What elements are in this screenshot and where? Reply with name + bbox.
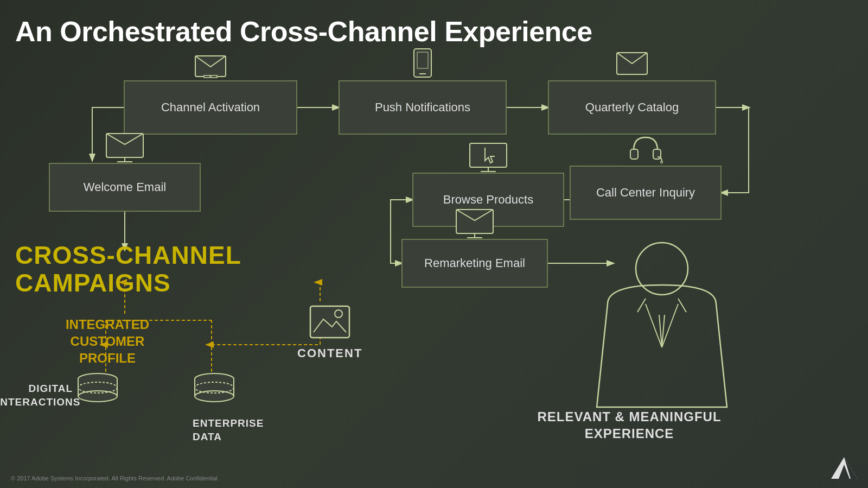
enterprise-data-section: ENTERPRISEDATA — [193, 369, 264, 443]
content-label: CONTENT — [297, 346, 362, 360]
remarketing-email-label: Remarketing Email — [424, 256, 525, 270]
remarketing-email-box: Remarketing Email — [401, 239, 548, 288]
svg-point-50 — [195, 391, 234, 402]
adobe-logo — [831, 457, 857, 483]
adobe-logo-icon — [831, 457, 857, 479]
svg-line-55 — [637, 299, 646, 312]
svg-point-44 — [78, 391, 117, 402]
email-icon-channel — [194, 52, 227, 79]
footer-text: © 2017 Adobe Systems Incorporated. All R… — [11, 475, 219, 481]
push-notifications-label: Push Notifications — [375, 100, 470, 115]
quarterly-catalog-label: Quarterly Catalog — [585, 100, 679, 115]
svg-rect-19 — [414, 49, 431, 77]
svg-point-52 — [636, 243, 688, 295]
welcome-email-label: Welcome Email — [84, 180, 166, 194]
svg-rect-38 — [310, 306, 349, 338]
svg-line-56 — [678, 299, 686, 312]
digital-interactions-icon — [76, 369, 119, 413]
digital-interactions-label: DIGITALINTERACTIONS — [0, 382, 73, 409]
push-notifications-box: Push Notifications — [339, 80, 507, 135]
email-icon-catalog — [616, 52, 648, 77]
call-center-inquiry-label: Call Center Inquiry — [596, 186, 695, 200]
digital-interactions-section: DIGITALINTERACTIONS — [76, 369, 119, 415]
content-section: CONTENT — [297, 304, 362, 360]
channel-activation-box: Channel Activation — [124, 80, 297, 135]
monitor-email-icon-welcome — [105, 132, 144, 163]
call-center-inquiry-box: Call Center Inquiry — [570, 166, 722, 220]
welcome-email-box: Welcome Email — [49, 163, 201, 212]
headphone-icon — [628, 134, 663, 163]
svg-line-53 — [646, 304, 662, 347]
cross-channel-label: CROSS-CHANNEL CAMPAIGNS — [15, 242, 368, 296]
slide: An Orchestrated Cross-Channel Experience — [0, 0, 868, 488]
browse-products-label: Browse Products — [443, 193, 533, 207]
enterprise-data-icon — [193, 369, 236, 413]
page-title: An Orchestrated Cross-Channel Experience — [15, 15, 592, 48]
channel-activation-label: Channel Activation — [161, 100, 260, 115]
content-icon — [308, 304, 352, 342]
svg-rect-31 — [630, 149, 638, 159]
person-silhouette — [575, 239, 749, 413]
enterprise-data-label: ENTERPRISEDATA — [193, 417, 264, 443]
integrated-profile-label: INTEGRATED CUSTOMER PROFILE — [37, 316, 178, 367]
relevant-label: RELEVANT & MEANINGFULEXPERIENCE — [532, 408, 727, 442]
quarterly-catalog-box: Quarterly Catalog — [548, 80, 716, 135]
svg-point-33 — [661, 161, 663, 163]
monitor-cursor-icon — [469, 142, 508, 173]
phone-icon-push — [412, 48, 433, 79]
svg-line-54 — [662, 304, 678, 347]
monitor-email-icon-remarketing — [455, 208, 494, 239]
svg-rect-27 — [470, 143, 507, 167]
